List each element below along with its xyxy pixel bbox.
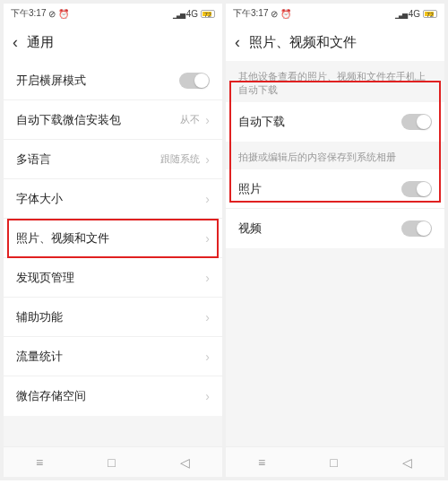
header: ‹ 照片、视频和文件 [226,23,444,61]
chevron-right-icon: › [205,152,210,167]
statusbar: 下午3:17 ⊘ ⏰ 4G 72 [4,4,222,23]
chevron-right-icon: › [205,231,210,246]
phone-left: 下午3:17 ⊘ ⏰ 4G 72 ‹ 通用 开启横屏模式 自动下载微信安装包 [4,4,222,477]
toggle-videos[interactable] [401,220,432,237]
nav-back-icon[interactable]: ◁ [180,455,190,470]
row-landscape-mode[interactable]: 开启横屏模式 [4,61,222,100]
system-navbar: ≡ □ ◁ [226,446,444,477]
toggle-landscape[interactable] [179,73,210,89]
back-icon[interactable]: ‹ [235,33,240,52]
row-videos[interactable]: 视频 [226,209,444,248]
system-navbar: ≡ □ ◁ [4,446,222,477]
nav-home-icon[interactable]: □ [330,455,337,470]
section-description: 其他设备查看的照片、视频和文件在手机上自动下载 [226,61,444,102]
chevron-right-icon: › [205,389,210,403]
auto-download-list: 自动下载 [226,102,444,142]
row-photos[interactable]: 照片 [226,169,444,209]
chevron-right-icon: › [205,192,210,206]
status-time: 下午3:17 [11,7,46,20]
signal-icon [173,9,184,19]
row-accessibility[interactable]: 辅助功能 › [4,298,222,337]
row-language[interactable]: 多语言 跟随系统› [4,140,222,179]
row-photos-videos-files[interactable]: 照片、视频和文件 › [4,219,222,258]
signal-icon [395,9,406,19]
network-type: 4G [186,9,198,19]
row-auto-download-installer[interactable]: 自动下载微信安装包 从不› [4,100,222,140]
chevron-right-icon: › [205,350,210,364]
statusbar: 下午3:17 ⊘ ⏰ 4G 72 [226,4,444,23]
row-storage[interactable]: 微信存储空间 › [4,376,222,416]
toggle-auto-download[interactable] [401,114,432,130]
back-icon[interactable]: ‹ [13,33,18,52]
nav-recents-icon[interactable]: ≡ [258,455,265,470]
do-not-disturb-icon: ⊘ [271,9,278,19]
nav-home-icon[interactable]: □ [108,455,115,470]
nav-recents-icon[interactable]: ≡ [36,455,43,470]
page-title: 照片、视频和文件 [249,34,357,51]
chevron-right-icon: › [205,113,210,127]
save-to-album-list: 照片 视频 [226,169,444,248]
alarm-icon: ⏰ [280,9,291,19]
header: ‹ 通用 [4,23,222,61]
settings-list: 开启横屏模式 自动下载微信安装包 从不› 多语言 跟随系统› 字体大小 › 照片… [4,61,222,416]
chevron-right-icon: › [205,271,210,285]
network-type: 4G [409,9,420,19]
row-font-size[interactable]: 字体大小 › [4,179,222,219]
battery-icon: 72 [201,10,215,18]
nav-back-icon[interactable]: ◁ [402,455,412,470]
row-discover-page[interactable]: 发现页管理 › [4,258,222,298]
page-title: 通用 [27,34,54,51]
phone-right: 下午3:17 ⊘ ⏰ 4G 72 ‹ 照片、视频和文件 其他设备查看的照片、视频… [226,4,444,477]
battery-icon: 72 [423,10,437,18]
alarm-icon: ⏰ [58,9,69,19]
row-auto-download[interactable]: 自动下载 [226,102,444,142]
section-description: 拍摄或编辑后的内容保存到系统相册 [226,142,444,169]
status-time: 下午3:17 [233,7,268,20]
row-traffic-stats[interactable]: 流量统计 › [4,337,222,376]
do-not-disturb-icon: ⊘ [48,9,56,19]
chevron-right-icon: › [205,310,210,324]
toggle-photos[interactable] [401,181,432,197]
